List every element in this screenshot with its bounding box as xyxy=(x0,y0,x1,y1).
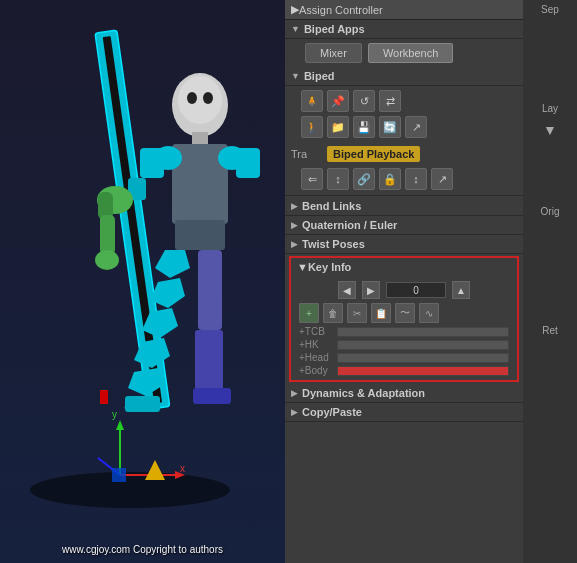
svg-point-6 xyxy=(178,76,222,124)
dynamics-arrow: ▶ xyxy=(291,388,298,398)
svg-rect-22 xyxy=(125,396,160,412)
key-delete-button[interactable]: 🗑 xyxy=(323,303,343,323)
key-info-header[interactable]: ▼ Key Info xyxy=(291,258,517,276)
dynamics-header[interactable]: ▶ Dynamics & Adaptation xyxy=(285,384,523,403)
biped-walk-icon[interactable]: 🚶 xyxy=(301,116,323,138)
key-info-section: ▼ Key Info ◀ ▶ ▲ + 🗑 ✂ 📋 〜 ∿ xyxy=(289,256,519,382)
biped-arrow: ▼ xyxy=(291,71,300,81)
biped-arrows-icon[interactable]: ⇄ xyxy=(379,90,401,112)
playback-left-arrows[interactable]: ⇐ xyxy=(301,168,323,190)
bend-links-arrow: ▶ xyxy=(291,201,298,211)
side-panel: Sep Lay ▼ Orig Ret xyxy=(523,0,577,563)
quaternion-header[interactable]: ▶ Quaternion / Euler xyxy=(285,216,523,235)
biped-apps-header[interactable]: ▼ Biped Apps xyxy=(285,20,523,39)
viewport-area: x y www.cgjoy.com Copyright to authors xyxy=(0,0,285,563)
playback-extra[interactable]: ↗ xyxy=(431,168,453,190)
assign-controller-label: Assign Controller xyxy=(299,4,383,16)
svg-rect-16 xyxy=(175,220,225,250)
biped-apps-buttons-row: Mixer Workbench xyxy=(285,39,523,67)
bend-links-title: Bend Links xyxy=(302,200,361,212)
head-label: +Head xyxy=(299,352,335,363)
spinner-up[interactable]: ▲ xyxy=(452,281,470,299)
svg-point-7 xyxy=(187,92,197,104)
body-label: +Body xyxy=(299,365,335,376)
body-bar xyxy=(337,366,509,376)
tcb-row: +TCB xyxy=(299,325,509,338)
biped-refresh-icon[interactable]: 🔄 xyxy=(379,116,401,138)
main-panel: ▶ Assign Controller ▼ Biped Apps Mixer W… xyxy=(285,0,523,563)
key-spinner-row: ◀ ▶ ▲ xyxy=(299,279,509,301)
mixer-button[interactable]: Mixer xyxy=(305,43,362,63)
lay-side-label: Lay xyxy=(542,103,558,114)
biped-icon-row-1: 🧍 📌 ↺ ⇄ xyxy=(301,88,515,114)
biped-playback-label: Biped Playback xyxy=(327,146,420,162)
svg-rect-35 xyxy=(112,468,126,482)
copy-paste-header[interactable]: ▶ Copy/Paste xyxy=(285,403,523,422)
biped-header[interactable]: ▼ Biped xyxy=(285,67,523,86)
svg-rect-12 xyxy=(140,148,164,178)
key-add-button[interactable]: + xyxy=(299,303,319,323)
assign-controller-bar: ▶ Assign Controller xyxy=(285,0,523,20)
biped-curve-icon[interactable]: ↗ xyxy=(405,116,427,138)
svg-point-1 xyxy=(30,472,230,508)
tcb-label: +TCB xyxy=(299,326,335,337)
quaternion-title: Quaternion / Euler xyxy=(302,219,397,231)
copy-paste-arrow: ▶ xyxy=(291,407,298,417)
playback-icons-row: ⇐ ↕ 🔗 🔒 ↕ ↗ xyxy=(285,166,523,194)
playback-up-arrow[interactable]: ↕ xyxy=(327,168,349,190)
twist-poses-title: Twist Poses xyxy=(302,238,365,250)
svg-point-8 xyxy=(203,92,213,104)
spinner-prev[interactable]: ◀ xyxy=(338,281,356,299)
biped-section: 🧍 📌 ↺ ⇄ 🚶 📁 💾 🔄 ↗ xyxy=(285,86,523,142)
sep-side-label: Sep xyxy=(541,4,559,15)
tra-label: Tra xyxy=(291,148,307,160)
biped-figure-icon[interactable]: 🧍 xyxy=(301,90,323,112)
sep-1 xyxy=(285,195,523,196)
playback-arrows2[interactable]: ↕ xyxy=(405,168,427,190)
key-copy-button[interactable]: ✂ xyxy=(347,303,367,323)
svg-rect-9 xyxy=(192,132,208,144)
svg-point-29 xyxy=(95,250,119,270)
quaternion-arrow: ▶ xyxy=(291,220,298,230)
biped-title: Biped xyxy=(304,70,335,82)
biped-loop-icon[interactable]: ↺ xyxy=(353,90,375,112)
biped-folder-icon[interactable]: 📁 xyxy=(327,116,349,138)
bend-links-header[interactable]: ▶ Bend Links xyxy=(285,197,523,216)
hk-bar xyxy=(337,340,509,350)
svg-rect-15 xyxy=(236,148,260,178)
playback-cycle[interactable]: 🔗 xyxy=(353,168,375,190)
copy-paste-title: Copy/Paste xyxy=(302,406,362,418)
svg-rect-25 xyxy=(193,388,231,404)
scroll-down-arrow[interactable]: ▼ xyxy=(543,122,557,138)
right-panel: ▶ Assign Controller ▼ Biped Apps Mixer W… xyxy=(285,0,577,563)
key-extra-button[interactable]: ∿ xyxy=(419,303,439,323)
key-waveform-button[interactable]: 〜 xyxy=(395,303,415,323)
tra-row: Tra Biped Playback xyxy=(285,142,523,166)
key-value-input[interactable] xyxy=(386,282,446,298)
orig-side-label: Orig xyxy=(541,206,560,217)
key-info-title: Key Info xyxy=(308,261,351,273)
key-info-arrow: ▼ xyxy=(297,261,308,273)
biped-apps-arrow: ▼ xyxy=(291,24,300,34)
key-paste-button[interactable]: 📋 xyxy=(371,303,391,323)
svg-rect-23 xyxy=(198,250,222,330)
workbench-button[interactable]: Workbench xyxy=(368,43,453,63)
svg-rect-28 xyxy=(100,215,115,255)
biped-apps-title: Biped Apps xyxy=(304,23,365,35)
biped-icon-row-2: 🚶 📁 💾 🔄 ↗ xyxy=(301,114,515,140)
assign-controller-arrow: ▶ xyxy=(291,3,299,16)
spinner-next[interactable]: ▶ xyxy=(362,281,380,299)
hk-label: +HK xyxy=(299,339,335,350)
playback-lock[interactable]: 🔒 xyxy=(379,168,401,190)
svg-text:x: x xyxy=(180,463,185,474)
biped-save-icon[interactable]: 💾 xyxy=(353,116,375,138)
dynamics-title: Dynamics & Adaptation xyxy=(302,387,425,399)
tcb-bar xyxy=(337,327,509,337)
watermark-text: www.cgjoy.com Copyright to authors xyxy=(62,544,223,555)
twist-poses-header[interactable]: ▶ Twist Poses xyxy=(285,235,523,254)
3d-canvas: x y xyxy=(0,0,285,563)
biped-pin-icon[interactable]: 📌 xyxy=(327,90,349,112)
key-action-icons: + 🗑 ✂ 📋 〜 ∿ xyxy=(299,301,509,325)
head-bar xyxy=(337,353,509,363)
head-row: +Head xyxy=(299,351,509,364)
